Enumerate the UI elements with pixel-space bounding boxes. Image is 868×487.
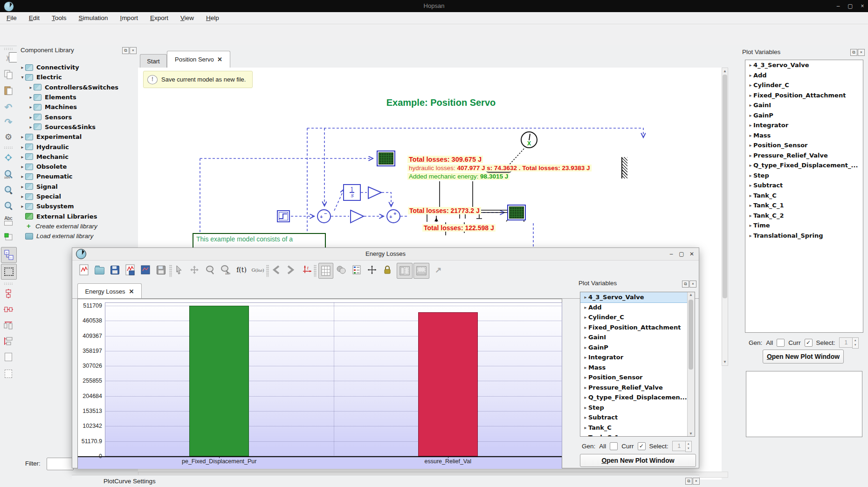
plot-tab-energy-losses[interactable]: Energy Losses✕ (77, 283, 142, 299)
window-plot-variables-close-icon[interactable]: × (689, 281, 696, 288)
align-horizontal-icon[interactable] (1, 303, 16, 316)
menu-import[interactable]: Import (120, 14, 138, 21)
select-spinner[interactable]: 1▲▼ (672, 441, 686, 451)
window-open-new-plot-button[interactable]: Open New Plot Window (580, 454, 696, 467)
variable-item[interactable]: ▸Integrator (745, 120, 863, 130)
plot-tab-close-icon[interactable]: ✕ (129, 288, 134, 295)
component-library-float-icon[interactable]: ⧉ (122, 47, 129, 54)
tree-item[interactable]: External Libraries (20, 211, 136, 221)
tree-arrow-icon[interactable]: ▾ (20, 75, 25, 80)
variable-item[interactable]: ▸Time (745, 220, 863, 231)
menu-export[interactable]: Export (150, 14, 168, 21)
tree-arrow-icon[interactable]: ▸ (20, 204, 25, 209)
zoom-plot-icon[interactable] (204, 263, 216, 277)
next-generation-icon[interactable] (285, 263, 297, 277)
gain-p-component[interactable] (350, 210, 365, 224)
subsystem-rect-icon[interactable] (1, 350, 16, 364)
previous-generation-icon[interactable] (270, 263, 282, 277)
scope-component-1[interactable] (377, 151, 395, 166)
expand-arrow-icon[interactable]: ▸ (583, 375, 588, 380)
expand-arrow-icon[interactable]: ▸ (583, 295, 588, 300)
variable-item[interactable]: ▸Mass (580, 363, 695, 373)
all-checkbox[interactable] (610, 442, 618, 450)
expand-arrow-icon[interactable]: ▸ (583, 355, 588, 360)
open-plot-icon[interactable] (93, 263, 105, 277)
tree-item[interactable]: ▸Elements (20, 92, 136, 102)
toggle-grid-icon[interactable] (318, 263, 333, 279)
menu-tools[interactable]: Tools (52, 14, 67, 21)
tree-item[interactable]: ▸Obsolete (20, 162, 136, 171)
variable-item[interactable]: ▸GainP (745, 110, 863, 121)
toggle-plot-list-icon[interactable] (397, 263, 413, 279)
variable-item[interactable]: ▸GainI (580, 332, 695, 343)
plotcurve-settings-float-icon[interactable]: ⧉ (685, 478, 692, 485)
expand-arrow-icon[interactable]: ▸ (583, 335, 588, 340)
plot-window-close-icon[interactable]: ✕ (688, 250, 696, 258)
pan-icon[interactable] (188, 263, 200, 277)
curr-checkbox[interactable]: ✓ (805, 339, 813, 347)
copy-icon[interactable] (1, 68, 16, 81)
menu-file[interactable]: File (7, 14, 17, 21)
tree-arrow-icon[interactable]: ▸ (28, 95, 34, 100)
variable-item[interactable]: ▸Position_Sensor (580, 372, 695, 383)
expand-arrow-icon[interactable]: ▸ (748, 233, 753, 238)
rescale-axes-icon[interactable]: t (302, 263, 314, 277)
tree-arrow-icon[interactable]: ▸ (28, 85, 34, 90)
expand-arrow-icon[interactable]: ▸ (583, 305, 588, 310)
variable-item[interactable]: ▸Cylinder_C (580, 312, 695, 322)
menu-view[interactable]: View (180, 14, 194, 21)
position-gauge-component[interactable]: X (521, 131, 537, 148)
expand-arrow-icon[interactable]: ▸ (748, 93, 753, 98)
tree-item[interactable]: ▸Hydraulic (20, 142, 136, 151)
distribute-x-icon[interactable] (1, 319, 16, 332)
export-csv-icon[interactable] (139, 263, 152, 277)
annotation-total-losses-1[interactable]: Total losses: 309.675 J (407, 156, 483, 163)
variable-item[interactable]: ▸Pressure_Relief_Valve (580, 383, 695, 393)
background-color-icon[interactable] (335, 263, 347, 277)
tab-close-icon[interactable]: ✕ (217, 56, 222, 63)
expand-arrow-icon[interactable]: ▸ (748, 123, 753, 128)
window-plot-variables-float-icon[interactable]: ⧉ (682, 281, 689, 288)
close-button[interactable]: × (858, 2, 867, 10)
tree-arrow-icon[interactable]: ▸ (20, 154, 25, 159)
tree-arrow-icon[interactable]: ▸ (20, 194, 25, 199)
variable-item[interactable]: ▸Add (745, 70, 863, 81)
component-library-close-icon[interactable]: × (130, 47, 137, 54)
curr-checkbox[interactable]: ✓ (638, 442, 646, 450)
variable-item[interactable]: ▸4_3_Servo_Valve (580, 292, 695, 302)
variable-item[interactable]: ▸GainI (745, 100, 863, 110)
annotation-total-losses-2[interactable]: Total losses: 21773.2 J (408, 207, 481, 214)
annotation-total-losses-3[interactable]: Total losses: 122.598 J (422, 224, 496, 232)
tree-arrow-icon[interactable]: ▸ (28, 115, 34, 120)
tree-arrow-icon[interactable]: ▸ (20, 184, 25, 189)
tree-item[interactable]: +Create external library (20, 221, 136, 231)
tree-arrow-icon[interactable]: ▸ (20, 144, 25, 150)
lock-axes-icon[interactable] (381, 263, 393, 277)
redo-icon[interactable]: ↷ (1, 116, 16, 129)
transfer-giw-icon[interactable]: G(iω) (252, 263, 264, 277)
tab-position-servo[interactable]: Position Servo ✕ (167, 51, 230, 68)
zoom-original-icon[interactable]: 100% (219, 263, 231, 277)
expand-arrow-icon[interactable]: ▸ (748, 183, 753, 188)
menu-help[interactable]: Help (206, 14, 219, 21)
tree-item[interactable]: Load external library (20, 231, 136, 241)
popout-tab-icon[interactable]: ↗ (432, 263, 444, 277)
expand-arrow-icon[interactable]: ▸ (748, 103, 753, 108)
cut-icon[interactable]: ✂ (1, 51, 16, 64)
tree-arrow-icon[interactable]: ▸ (20, 134, 25, 139)
gain-i-component[interactable] (368, 186, 383, 199)
new-plot-icon[interactable] (78, 263, 90, 277)
expand-arrow-icon[interactable]: ▸ (748, 193, 753, 198)
plot-window-minimize-icon[interactable]: – (667, 250, 675, 258)
paste-icon[interactable] (1, 84, 16, 97)
tab-start[interactable]: Start (140, 54, 167, 68)
toggle-names-icon[interactable]: Abc (1, 214, 16, 227)
variable-item[interactable]: ▸4_3_Servo_Valve (745, 60, 863, 70)
variable-item[interactable]: ▸Subtract (580, 412, 695, 423)
maximize-button[interactable]: ▢ (846, 2, 854, 10)
expand-arrow-icon[interactable]: ▸ (583, 365, 588, 370)
variable-item[interactable]: ▸Cylinder_C (745, 80, 863, 90)
plot-variables-close-icon[interactable]: × (858, 49, 865, 56)
expand-arrow-icon[interactable]: ▸ (583, 325, 588, 330)
variable-item[interactable]: ▸Mass (745, 130, 863, 141)
